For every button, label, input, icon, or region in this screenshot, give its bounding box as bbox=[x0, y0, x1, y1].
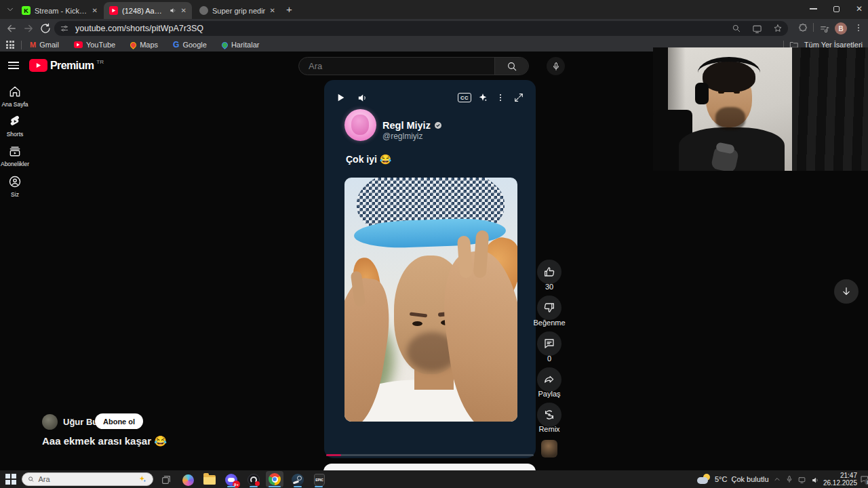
overlay-channel-avatar[interactable] bbox=[42, 414, 58, 430]
file-explorer-icon[interactable] bbox=[202, 472, 217, 487]
share-button[interactable] bbox=[537, 367, 561, 392]
tab-close-icon[interactable]: ✕ bbox=[181, 7, 186, 14]
search-input[interactable] bbox=[299, 61, 494, 71]
steam-icon[interactable] bbox=[290, 472, 305, 487]
apps-grid-icon[interactable] bbox=[6, 41, 14, 49]
video-frame[interactable] bbox=[344, 178, 517, 422]
cast-icon[interactable] bbox=[752, 24, 762, 34]
video-eye-left bbox=[412, 321, 422, 326]
tray-time: 21:47 bbox=[822, 472, 857, 479]
site-info-icon[interactable] bbox=[60, 24, 69, 33]
tab-close-icon[interactable]: ✕ bbox=[92, 7, 98, 14]
browser-menu-kebab-icon[interactable] bbox=[854, 23, 863, 33]
tray-chevron-icon[interactable] bbox=[773, 475, 781, 483]
tray-mic-icon[interactable] bbox=[785, 475, 793, 483]
tab-close-icon[interactable]: ✕ bbox=[270, 7, 275, 14]
streamer-eye-right bbox=[734, 91, 740, 94]
profile-avatar[interactable]: B bbox=[835, 22, 847, 35]
like-button[interactable] bbox=[537, 260, 561, 284]
bookmark-label: YouTube bbox=[86, 41, 115, 49]
task-view-button[interactable] bbox=[159, 472, 174, 487]
notification-badge: 8 bbox=[865, 479, 868, 485]
sidebar-item-home[interactable]: Ana Sayfa bbox=[0, 85, 30, 108]
zoom-icon[interactable] bbox=[732, 24, 741, 33]
new-tab-button[interactable]: + bbox=[286, 3, 292, 15]
channel-thumbnail[interactable] bbox=[541, 440, 557, 458]
next-video-button[interactable] bbox=[834, 279, 859, 304]
notification-center-icon[interactable]: 8 bbox=[860, 474, 868, 484]
weather-condition: Çok bulutlu bbox=[731, 475, 768, 483]
close-button[interactable]: ✕ bbox=[856, 4, 863, 14]
bookmark-haritalar[interactable]: Haritalar bbox=[222, 41, 260, 49]
sidebar-item-shorts[interactable]: Shorts bbox=[0, 115, 30, 138]
sidebar-item-subscriptions[interactable]: Abonelikler bbox=[0, 144, 30, 167]
epic-games-icon[interactable]: EPIC bbox=[312, 472, 327, 487]
extensions-puzzle-icon[interactable] bbox=[797, 23, 808, 34]
channel-avatar[interactable] bbox=[344, 109, 376, 141]
start-button[interactable] bbox=[5, 474, 16, 485]
dislike-button[interactable] bbox=[537, 296, 561, 320]
captions-button[interactable]: CC bbox=[458, 91, 471, 104]
youtube-premium-logo[interactable]: Premium TR bbox=[29, 59, 104, 72]
copilot-app-icon[interactable] bbox=[180, 472, 195, 487]
tab-audio-icon[interactable] bbox=[170, 7, 177, 14]
taskbar-clock[interactable]: 21:47 26.12.2025 bbox=[822, 472, 857, 487]
maps-pin-icon bbox=[129, 41, 138, 49]
minimize-button[interactable] bbox=[810, 8, 817, 9]
sidebar-label: Shorts bbox=[0, 131, 30, 138]
running-indicator bbox=[294, 486, 302, 487]
volume-button[interactable] bbox=[355, 91, 369, 104]
obs-icon[interactable] bbox=[246, 472, 261, 487]
bookmark-maps[interactable]: Maps bbox=[130, 41, 158, 49]
dislike-label: Beğenme bbox=[522, 319, 576, 327]
hamburger-menu-icon[interactable] bbox=[8, 60, 19, 71]
player-menu-kebab-icon[interactable] bbox=[494, 91, 507, 104]
channel-name: Regl Miyiz bbox=[382, 120, 431, 131]
bookmark-gmail[interactable]: M Gmail bbox=[30, 41, 59, 49]
forward-button[interactable] bbox=[22, 22, 35, 35]
running-indicator-active bbox=[269, 486, 281, 487]
remix-button[interactable] bbox=[537, 403, 561, 427]
fullscreen-icon[interactable] bbox=[512, 91, 526, 104]
sidebar-label: Siz bbox=[0, 191, 30, 198]
tab-super-grip[interactable]: Super grip nedir ✕ bbox=[194, 2, 281, 19]
running-indicator bbox=[315, 486, 323, 487]
temperature: 5°C bbox=[715, 475, 727, 483]
tab-youtube-short[interactable]: (1248) Aaa ekmek arası kaş ✕ bbox=[104, 2, 192, 19]
channel-name-row[interactable]: Regl Miyiz bbox=[382, 120, 442, 131]
progress-fill bbox=[326, 454, 341, 456]
globe-favicon bbox=[199, 6, 208, 15]
tab-kick-dashboard[interactable]: K Stream - Kick Dashboard ✕ bbox=[16, 2, 103, 19]
effects-icon[interactable] bbox=[476, 91, 490, 104]
youtube-play-icon bbox=[29, 59, 47, 72]
screen: K Stream - Kick Dashboard ✕ (1248) Aaa e… bbox=[0, 0, 868, 488]
comments-button[interactable] bbox=[537, 331, 561, 356]
taskbar-search[interactable] bbox=[22, 472, 153, 486]
media-controls-icon[interactable] bbox=[819, 24, 830, 35]
address-bar[interactable]: youtube.com/shorts/pitWpA7r3SQ bbox=[54, 21, 788, 36]
tray-network-icon[interactable] bbox=[797, 476, 806, 485]
play-button[interactable] bbox=[334, 91, 347, 104]
channel-handle[interactable]: @reglmiyiz bbox=[382, 131, 423, 141]
bookmark-youtube[interactable]: YouTube bbox=[74, 41, 115, 49]
bookmark-star-icon[interactable] bbox=[773, 24, 783, 33]
tab-search-chevron-icon[interactable] bbox=[5, 5, 15, 14]
reload-button[interactable] bbox=[39, 22, 52, 35]
restore-button[interactable] bbox=[833, 6, 840, 12]
bookmark-label: Google bbox=[182, 41, 206, 49]
taskbar-weather[interactable]: 5°C Çok bulutlu bbox=[697, 470, 769, 488]
bookmark-google[interactable]: G Google bbox=[173, 40, 207, 49]
chrome-active-slot[interactable] bbox=[266, 471, 283, 487]
subscribe-button[interactable]: Abone ol bbox=[95, 413, 143, 429]
progress-track[interactable] bbox=[326, 454, 534, 456]
tray-volume-icon[interactable] bbox=[811, 476, 820, 485]
streamer-eye-left bbox=[718, 91, 724, 94]
discord-icon[interactable]: 9+ bbox=[224, 472, 239, 487]
sidebar-label: Ana Sayfa bbox=[0, 101, 30, 108]
sidebar-item-you[interactable]: Siz bbox=[0, 175, 30, 198]
taskbar-search-input[interactable] bbox=[38, 475, 134, 483]
search-icon bbox=[28, 475, 34, 483]
voice-search-button[interactable] bbox=[547, 57, 565, 75]
back-button[interactable] bbox=[5, 22, 18, 35]
search-button[interactable] bbox=[494, 58, 528, 75]
